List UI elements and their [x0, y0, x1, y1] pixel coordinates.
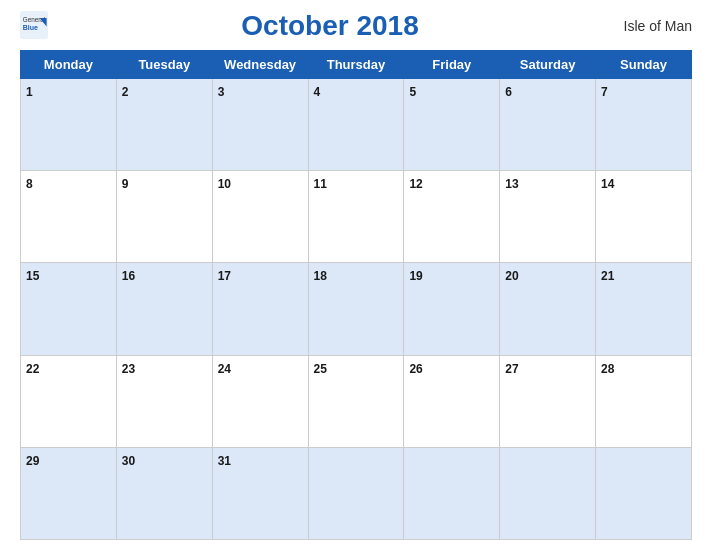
day-number: 24 — [218, 362, 231, 376]
calendar-cell: 26 — [404, 355, 500, 447]
day-header-tuesday: Tuesday — [116, 51, 212, 79]
day-number: 3 — [218, 85, 225, 99]
calendar-week-row: 22232425262728 — [21, 355, 692, 447]
calendar-cell: 20 — [500, 263, 596, 355]
day-number: 4 — [314, 85, 321, 99]
calendar-cell — [404, 447, 500, 539]
day-number: 6 — [505, 85, 512, 99]
calendar-cell: 3 — [212, 79, 308, 171]
day-number: 17 — [218, 269, 231, 283]
day-number: 23 — [122, 362, 135, 376]
day-number: 5 — [409, 85, 416, 99]
day-number: 30 — [122, 454, 135, 468]
calendar-cell: 29 — [21, 447, 117, 539]
days-header-row: MondayTuesdayWednesdayThursdayFridaySatu… — [21, 51, 692, 79]
svg-text:Blue: Blue — [23, 24, 38, 31]
calendar-cell: 28 — [596, 355, 692, 447]
calendar-title: October 2018 — [48, 10, 612, 42]
day-number: 21 — [601, 269, 614, 283]
calendar-cell: 19 — [404, 263, 500, 355]
calendar-week-row: 15161718192021 — [21, 263, 692, 355]
day-number: 27 — [505, 362, 518, 376]
day-number: 20 — [505, 269, 518, 283]
day-header-friday: Friday — [404, 51, 500, 79]
day-number: 13 — [505, 177, 518, 191]
day-number: 7 — [601, 85, 608, 99]
calendar-cell: 1 — [21, 79, 117, 171]
logo: General Blue — [20, 11, 48, 41]
calendar-cell: 14 — [596, 171, 692, 263]
calendar-cell: 22 — [21, 355, 117, 447]
calendar-cell: 12 — [404, 171, 500, 263]
day-number: 31 — [218, 454, 231, 468]
day-number: 29 — [26, 454, 39, 468]
day-number: 14 — [601, 177, 614, 191]
calendar-cell: 17 — [212, 263, 308, 355]
calendar-cell: 7 — [596, 79, 692, 171]
calendar-week-row: 891011121314 — [21, 171, 692, 263]
day-number: 12 — [409, 177, 422, 191]
day-header-thursday: Thursday — [308, 51, 404, 79]
calendar-cell: 10 — [212, 171, 308, 263]
calendar-cell: 4 — [308, 79, 404, 171]
day-header-sunday: Sunday — [596, 51, 692, 79]
generalblue-logo-icon: General Blue — [20, 11, 48, 39]
day-number: 28 — [601, 362, 614, 376]
day-number: 19 — [409, 269, 422, 283]
calendar-cell — [308, 447, 404, 539]
day-header-monday: Monday — [21, 51, 117, 79]
calendar-header: General Blue October 2018 Isle of Man — [20, 10, 692, 42]
calendar-cell: 11 — [308, 171, 404, 263]
day-number: 16 — [122, 269, 135, 283]
day-number: 15 — [26, 269, 39, 283]
calendar-cell: 21 — [596, 263, 692, 355]
calendar-cell: 23 — [116, 355, 212, 447]
day-number: 11 — [314, 177, 327, 191]
calendar-cell: 5 — [404, 79, 500, 171]
day-number: 18 — [314, 269, 327, 283]
calendar-cell: 24 — [212, 355, 308, 447]
day-header-wednesday: Wednesday — [212, 51, 308, 79]
calendar-cell: 9 — [116, 171, 212, 263]
day-number: 2 — [122, 85, 129, 99]
day-number: 22 — [26, 362, 39, 376]
calendar-cell: 2 — [116, 79, 212, 171]
day-number: 26 — [409, 362, 422, 376]
day-number: 9 — [122, 177, 129, 191]
calendar-cell: 6 — [500, 79, 596, 171]
calendar-cell: 18 — [308, 263, 404, 355]
day-number: 25 — [314, 362, 327, 376]
calendar-cell — [596, 447, 692, 539]
calendar-cell: 27 — [500, 355, 596, 447]
calendar-cell: 31 — [212, 447, 308, 539]
calendar-cell: 8 — [21, 171, 117, 263]
calendar-week-row: 293031 — [21, 447, 692, 539]
region-label: Isle of Man — [612, 18, 692, 34]
calendar-cell: 16 — [116, 263, 212, 355]
calendar-cell — [500, 447, 596, 539]
calendar-week-row: 1234567 — [21, 79, 692, 171]
day-number: 10 — [218, 177, 231, 191]
day-number: 1 — [26, 85, 33, 99]
calendar-cell: 15 — [21, 263, 117, 355]
day-number: 8 — [26, 177, 33, 191]
day-header-saturday: Saturday — [500, 51, 596, 79]
calendar-cell: 13 — [500, 171, 596, 263]
calendar-table: MondayTuesdayWednesdayThursdayFridaySatu… — [20, 50, 692, 540]
calendar-cell: 30 — [116, 447, 212, 539]
calendar-cell: 25 — [308, 355, 404, 447]
